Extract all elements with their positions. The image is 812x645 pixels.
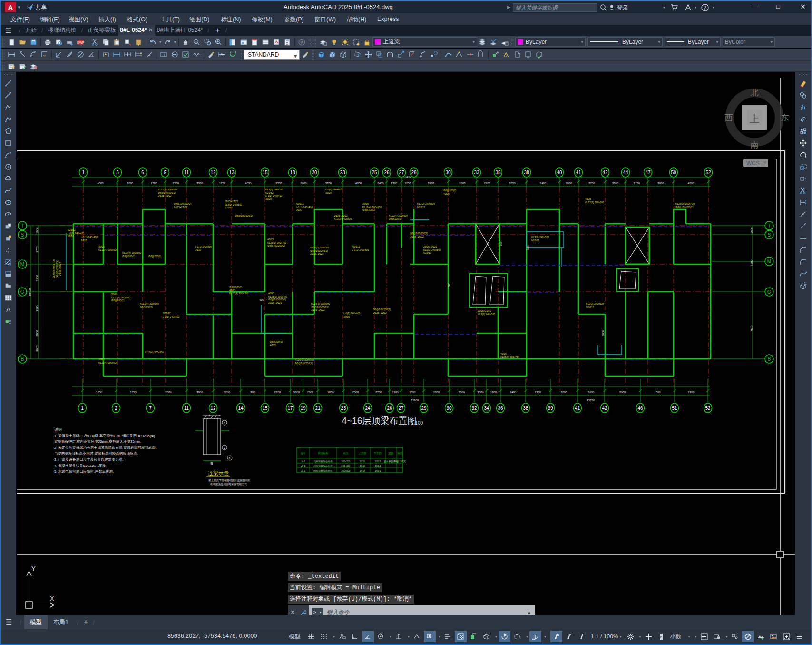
dimv-icon[interactable] (17, 50, 28, 60)
status-clean-toggle[interactable] (781, 631, 792, 642)
units-button[interactable]: 小数▾ (668, 631, 692, 642)
arc-tool-icon[interactable] (2, 149, 15, 160)
region-tool-icon[interactable] (2, 280, 15, 291)
rect-tool-icon[interactable] (2, 137, 15, 149)
pline-tool-icon[interactable] (2, 113, 15, 125)
menu-5[interactable]: 格式(O) (127, 16, 147, 24)
status-nocap-toggle[interactable] (742, 631, 754, 642)
erase-tool-icon[interactable] (797, 78, 810, 89)
tab-wallcol[interactable]: 8#地上墙柱-0524* (155, 25, 205, 36)
preview-icon[interactable] (53, 37, 64, 47)
status-polar-toggle[interactable] (362, 631, 374, 642)
dimang3-icon[interactable] (86, 50, 97, 60)
menu-2[interactable]: 编辑(E) (40, 16, 60, 24)
earc-tool-icon[interactable] (2, 208, 15, 220)
dimcen-icon[interactable] (169, 50, 180, 60)
edit2-icon[interactable] (17, 61, 28, 72)
extend-tool-icon[interactable] (797, 197, 810, 208)
paste-icon[interactable] (111, 37, 122, 47)
dcenter-icon[interactable] (238, 37, 249, 47)
status-caret-icon[interactable]: ▾ (388, 631, 392, 642)
point-tool-icon[interactable] (2, 244, 15, 256)
cube1-icon[interactable] (316, 50, 327, 60)
status-plus-toggle[interactable] (643, 631, 655, 642)
plot-icon[interactable] (42, 37, 53, 47)
status-gfx-toggle[interactable] (755, 631, 767, 642)
move-tool-icon[interactable] (797, 137, 810, 149)
drawing-canvas[interactable]: 上北南西东WCS40003000170025003300125040503350… (16, 72, 795, 615)
cart-icon[interactable] (671, 4, 678, 11)
c4-icon[interactable] (523, 50, 534, 60)
c3-icon[interactable] (512, 50, 523, 60)
props-icon[interactable] (227, 37, 238, 47)
status-model-label[interactable]: 模型 (287, 631, 302, 642)
menu-6[interactable]: 工具(T) (160, 16, 180, 24)
new-layout-button[interactable]: + (82, 618, 90, 626)
logo-caret-icon[interactable]: ▼ (17, 5, 21, 10)
status-trans-toggle[interactable] (468, 631, 479, 642)
menu-4[interactable]: 插入(I) (98, 16, 116, 24)
menu-11[interactable]: 窗口(W) (314, 16, 336, 24)
blend-tool-icon[interactable] (797, 268, 810, 279)
menu-8[interactable]: 标注(N) (221, 16, 241, 24)
explode-tool-icon[interactable] (797, 280, 810, 291)
liso-icon[interactable] (499, 37, 510, 47)
command-expand-icon[interactable]: ▲ (527, 610, 531, 615)
mv4-icon[interactable] (385, 50, 396, 60)
dimbox-icon[interactable]: .1 (158, 50, 169, 60)
status-caret-icon[interactable]: ▾ (693, 631, 697, 642)
status-ruler-toggle[interactable] (655, 631, 667, 642)
dimtext-icon[interactable]: A (216, 50, 227, 60)
search-expand-icon[interactable]: ▶ (507, 5, 510, 10)
xline-tool-icon[interactable] (2, 89, 15, 101)
status-grid-toggle[interactable] (305, 631, 317, 642)
dimang2-icon[interactable] (64, 50, 75, 60)
lstate-icon[interactable] (477, 37, 488, 47)
tab-stairs[interactable]: 楼梯结构图 (46, 25, 78, 36)
linetype-combo[interactable]: ByLayer▾ (587, 37, 663, 47)
status-annos-toggle[interactable] (576, 631, 588, 642)
mv6-icon[interactable] (407, 50, 418, 60)
b3-icon[interactable] (465, 50, 476, 60)
status-track-toggle[interactable] (393, 631, 405, 642)
status-prop-toggle[interactable] (511, 631, 523, 642)
maximize-button[interactable]: □ (776, 3, 780, 10)
status-ucs-toggle[interactable] (529, 631, 541, 642)
dimbase-icon[interactable] (133, 50, 144, 60)
help-icon[interactable]: ? (296, 37, 307, 47)
status-list-toggle[interactable] (698, 631, 710, 642)
hatch-tool-icon[interactable] (2, 256, 15, 268)
mblock-tool-icon[interactable] (2, 232, 15, 244)
bulb-icon[interactable] (329, 37, 340, 47)
status-lw-toggle[interactable] (480, 631, 492, 642)
mv5-icon[interactable] (396, 50, 407, 60)
dimxy-icon[interactable]: xy (39, 50, 50, 60)
menu-1[interactable]: 文件(F) (10, 16, 30, 24)
dimcont-icon[interactable] (122, 50, 133, 60)
tab-menu-icon[interactable]: ☰ (1, 26, 16, 35)
redo-icon[interactable] (162, 37, 173, 47)
close-button[interactable]: ✕ (800, 3, 806, 10)
iblock-tool-icon[interactable] (2, 220, 15, 232)
lprev-icon[interactable] (488, 37, 499, 47)
dimwave-icon[interactable] (191, 50, 202, 60)
lineweight-combo[interactable]: ByLayer▾ (665, 37, 721, 47)
c1-icon[interactable] (490, 50, 501, 60)
zoomprev-icon[interactable] (213, 37, 224, 47)
dimedit-icon[interactable] (300, 50, 311, 60)
markup-icon[interactable] (271, 37, 282, 47)
status-gear-toggle[interactable] (625, 631, 636, 642)
mv8-icon[interactable] (429, 50, 440, 60)
status-snap3-toggle[interactable] (318, 631, 330, 642)
minimize-button[interactable]: — (753, 2, 759, 10)
calc-icon[interactable] (282, 37, 293, 47)
search-icon[interactable] (600, 4, 607, 11)
line-tool-icon[interactable] (2, 78, 15, 89)
dimbreak-icon[interactable] (144, 50, 155, 60)
signin-caret-icon[interactable]: ▾ (663, 5, 665, 10)
help-icon[interactable]: ? (701, 4, 709, 11)
dimstyle-combo[interactable]: STANDARD▾ (244, 50, 300, 60)
edit3-icon[interactable] (28, 61, 39, 72)
dimlin-icon[interactable] (111, 50, 122, 60)
new-tab-button[interactable]: + (212, 26, 223, 35)
